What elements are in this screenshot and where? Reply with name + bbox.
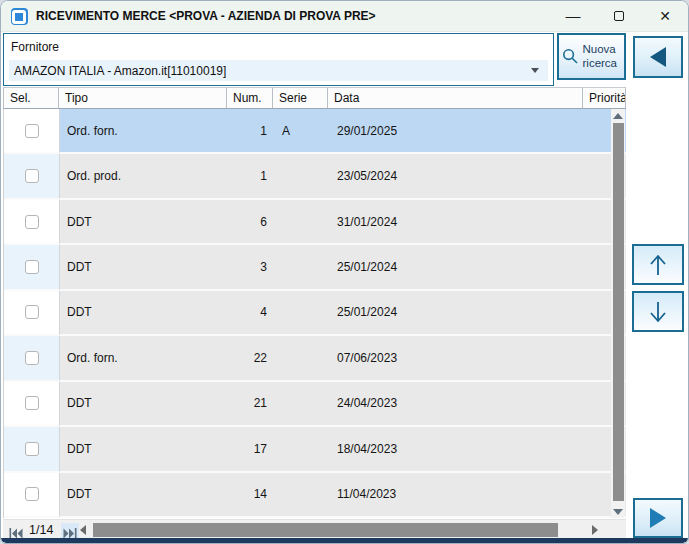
nuova-ricerca-label: Nuova ricerca bbox=[583, 43, 623, 70]
cell-num: 21 bbox=[228, 382, 274, 427]
cell-data: 07/06/2023 bbox=[329, 336, 584, 381]
row-checkbox[interactable] bbox=[25, 215, 39, 229]
forward-button[interactable] bbox=[633, 498, 683, 538]
row-select-cell bbox=[4, 382, 60, 427]
cell-tipo: DDT bbox=[60, 382, 228, 427]
page-indicator: 1/14 bbox=[29, 523, 53, 537]
scroll-up-icon[interactable] bbox=[613, 113, 623, 119]
row-select-cell bbox=[4, 200, 60, 245]
close-button[interactable]: ✕ bbox=[642, 1, 688, 31]
row-select-cell bbox=[4, 427, 60, 472]
cell-tipo: Ord. forn. bbox=[60, 109, 228, 154]
back-button[interactable] bbox=[633, 36, 683, 78]
arrow-up-icon bbox=[646, 252, 670, 278]
table-row[interactable]: DDT 3 25/01/2024 bbox=[4, 245, 626, 290]
minimize-icon: — bbox=[566, 11, 581, 21]
cell-serie bbox=[274, 473, 329, 518]
row-checkbox[interactable] bbox=[25, 351, 39, 365]
cell-serie bbox=[274, 427, 329, 472]
cell-num: 4 bbox=[228, 291, 274, 336]
row-checkbox[interactable] bbox=[25, 260, 39, 274]
table-row[interactable]: Ord. prod. 1 23/05/2024 bbox=[4, 154, 626, 199]
cell-data: 23/05/2024 bbox=[329, 154, 584, 199]
column-header-num[interactable]: Num. bbox=[227, 87, 273, 109]
cell-data: 31/01/2024 bbox=[329, 200, 584, 245]
cell-num: 17 bbox=[228, 427, 274, 472]
cell-tipo: DDT bbox=[60, 427, 228, 472]
cell-tipo: Ord. prod. bbox=[60, 154, 228, 199]
hscroll-left-icon[interactable] bbox=[80, 525, 86, 535]
move-down-button[interactable] bbox=[632, 291, 684, 332]
table-row[interactable]: DDT 17 18/04/2023 bbox=[4, 427, 626, 472]
window-bottom-edge bbox=[1, 538, 688, 543]
cell-tipo: DDT bbox=[60, 200, 228, 245]
cell-data: 18/04/2023 bbox=[329, 427, 584, 472]
table-row[interactable]: Ord. forn. 1 A 29/01/2025 bbox=[4, 109, 626, 154]
row-checkbox[interactable] bbox=[25, 487, 39, 501]
table-header: Sel. Tipo Num. Serie Data Priorità bbox=[3, 87, 626, 109]
column-header-sel[interactable]: Sel. bbox=[3, 87, 59, 109]
column-header-priorita[interactable]: Priorità bbox=[583, 87, 626, 109]
vertical-scrollbar-thumb[interactable] bbox=[613, 123, 624, 501]
row-select-cell bbox=[4, 109, 60, 154]
cell-serie bbox=[274, 291, 329, 336]
maximize-button[interactable] bbox=[596, 1, 642, 31]
table-row[interactable]: DDT 21 24/04/2023 bbox=[4, 382, 626, 427]
fornitore-combobox[interactable]: AMAZON ITALIA - Amazon.it[11010019] bbox=[9, 60, 548, 81]
app-icon bbox=[11, 8, 28, 25]
cell-tipo: DDT bbox=[60, 473, 228, 518]
cell-tipo: DDT bbox=[60, 245, 228, 290]
horizontal-scrollbar-thumb[interactable] bbox=[93, 523, 558, 537]
cell-serie bbox=[274, 200, 329, 245]
documents-table: Sel. Tipo Num. Serie Data Priorità Ord. … bbox=[3, 87, 626, 519]
column-header-data[interactable]: Data bbox=[328, 87, 583, 109]
column-header-tipo[interactable]: Tipo bbox=[59, 87, 227, 109]
cell-data: 11/04/2023 bbox=[329, 473, 584, 518]
nuova-ricerca-button[interactable]: Nuova ricerca bbox=[557, 33, 626, 80]
minimize-button[interactable]: — bbox=[550, 1, 596, 31]
column-header-serie[interactable]: Serie bbox=[273, 87, 328, 109]
row-select-cell bbox=[4, 291, 60, 336]
cell-num: 6 bbox=[228, 200, 274, 245]
row-checkbox[interactable] bbox=[25, 396, 39, 410]
cell-num: 14 bbox=[228, 473, 274, 518]
cell-data: 25/01/2024 bbox=[329, 245, 584, 290]
move-up-button[interactable] bbox=[632, 244, 684, 285]
fornitore-panel: Fornitore AMAZON ITALIA - Amazon.it[1101… bbox=[3, 33, 554, 86]
row-select-cell bbox=[4, 154, 60, 199]
chevron-down-icon[interactable] bbox=[531, 68, 539, 73]
window-controls: — ✕ bbox=[550, 1, 688, 31]
row-select-cell bbox=[4, 245, 60, 290]
row-checkbox[interactable] bbox=[25, 442, 39, 456]
table-row[interactable]: DDT 4 25/01/2024 bbox=[4, 291, 626, 336]
cell-tipo: Ord. forn. bbox=[60, 336, 228, 381]
table-row[interactable]: Ord. forn. 22 07/06/2023 bbox=[4, 336, 626, 381]
search-icon bbox=[561, 47, 580, 66]
ricevimento-merce-window: RICEVIMENTO MERCE <PROVA - AZIENDA DI PR… bbox=[0, 0, 689, 544]
hscroll-right-icon[interactable] bbox=[592, 525, 598, 535]
row-checkbox[interactable] bbox=[25, 169, 39, 183]
row-checkbox[interactable] bbox=[25, 305, 39, 319]
cell-serie bbox=[274, 336, 329, 381]
scroll-down-icon[interactable] bbox=[613, 509, 623, 515]
close-icon: ✕ bbox=[659, 8, 671, 24]
vertical-scrollbar[interactable] bbox=[611, 109, 625, 518]
cell-serie bbox=[274, 245, 329, 290]
cell-data: 29/01/2025 bbox=[329, 109, 584, 154]
titlebar: RICEVIMENTO MERCE <PROVA - AZIENDA DI PR… bbox=[1, 1, 688, 32]
cell-data: 25/01/2024 bbox=[329, 291, 584, 336]
cell-num: 1 bbox=[228, 154, 274, 199]
cell-serie bbox=[274, 154, 329, 199]
cell-data: 24/04/2023 bbox=[329, 382, 584, 427]
table-row[interactable]: DDT 14 11/04/2023 bbox=[4, 473, 626, 518]
cell-serie: A bbox=[274, 109, 329, 154]
row-select-cell bbox=[4, 473, 60, 518]
cell-num: 1 bbox=[228, 109, 274, 154]
table-body: Ord. forn. 1 A 29/01/2025 Ord. prod. 1 2… bbox=[3, 109, 626, 518]
table-row[interactable]: DDT 6 31/01/2024 bbox=[4, 200, 626, 245]
bottom-bar: 1/14 bbox=[3, 519, 626, 540]
row-checkbox[interactable] bbox=[25, 124, 39, 138]
cell-serie bbox=[274, 382, 329, 427]
maximize-icon bbox=[614, 11, 624, 21]
window-title: RICEVIMENTO MERCE <PROVA - AZIENDA DI PR… bbox=[36, 9, 376, 23]
